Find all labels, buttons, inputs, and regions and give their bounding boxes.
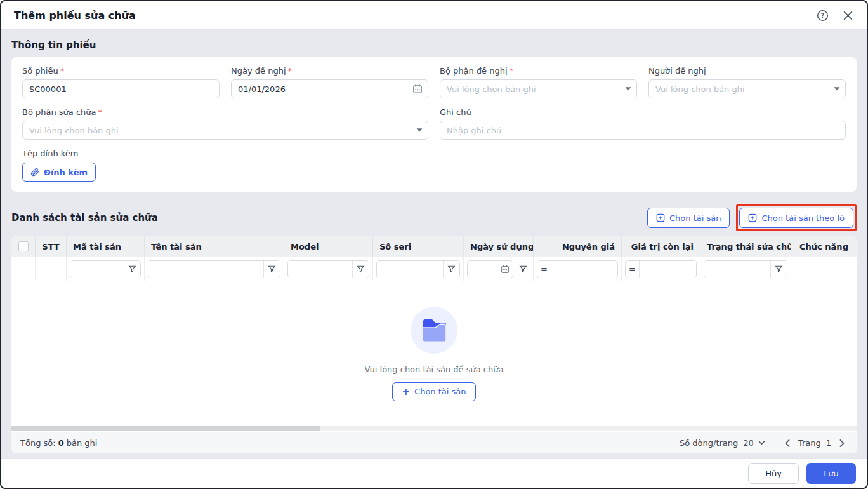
table-footer: Tổng số: 0 bản ghi Số dòng/trang 20 Tran… bbox=[11, 432, 857, 453]
required-asterisk: * bbox=[288, 66, 293, 76]
filter-funnel-icon[interactable] bbox=[770, 261, 787, 278]
filter-funnel-icon[interactable] bbox=[516, 265, 530, 273]
filter-gia-tri-con-lai-input[interactable] bbox=[640, 261, 696, 278]
column-header-ma-tai-san: Mã tài sản bbox=[67, 236, 145, 257]
bo-phan-de-nghi-select[interactable] bbox=[440, 79, 637, 98]
filter-ngay-su-dung-input[interactable] bbox=[468, 261, 497, 278]
filter-ten-tai-san-input[interactable] bbox=[148, 261, 263, 278]
plus-square-icon bbox=[656, 213, 665, 222]
filter-funnel-icon[interactable] bbox=[263, 261, 280, 278]
filter-cell-empty bbox=[11, 257, 36, 281]
so-phieu-label: Số phiếu bbox=[22, 66, 58, 76]
filter-funnel-icon[interactable] bbox=[443, 261, 459, 278]
total-records: Tổng số: 0 bản ghi bbox=[20, 438, 680, 448]
horizontal-scrollbar bbox=[11, 425, 857, 432]
column-header-gia-tri-con-lai: Giá trị còn lại bbox=[622, 236, 700, 257]
calendar-icon[interactable] bbox=[497, 265, 513, 274]
filter-cell-ma-tai-san bbox=[67, 257, 145, 281]
chevron-down-icon[interactable] bbox=[625, 87, 631, 91]
bo-phan-de-nghi-label: Bộ phận đề nghị bbox=[440, 66, 508, 76]
annotation-highlight-box: Chọn tài sản theo lô bbox=[736, 204, 857, 231]
calendar-icon[interactable] bbox=[412, 84, 423, 94]
so-phieu-input[interactable] bbox=[22, 79, 220, 98]
empty-select-asset-button[interactable]: + Chọn tài sản bbox=[392, 382, 475, 401]
ghi-chu-label: Ghi chú bbox=[440, 107, 471, 117]
filter-so-seri-input[interactable] bbox=[377, 261, 443, 278]
filter-model-input[interactable] bbox=[288, 261, 352, 278]
select-all-cell bbox=[11, 236, 36, 257]
select-asset-button[interactable]: Chọn tài sản bbox=[647, 208, 730, 228]
equals-operator[interactable]: = bbox=[626, 261, 640, 278]
tep-dinh-kem-label: Tệp đính kèm bbox=[22, 149, 846, 158]
nguoi-de-nghi-select[interactable] bbox=[648, 79, 846, 98]
filter-cell-ten-tai-san bbox=[145, 257, 284, 281]
column-header-model: Model bbox=[284, 236, 373, 257]
chevron-down-icon[interactable] bbox=[416, 128, 423, 133]
field-nguoi-de-nghi: Người đề nghị bbox=[648, 66, 846, 98]
rows-per-page-select[interactable]: 20 bbox=[743, 438, 765, 448]
required-asterisk: * bbox=[98, 107, 103, 117]
dialog-body: Thông tin phiếu Số phiếu* Ngày đề nghị* bbox=[1, 30, 867, 458]
filter-funnel-icon[interactable] bbox=[124, 261, 140, 278]
required-asterisk: * bbox=[510, 66, 514, 76]
filter-funnel-icon[interactable] bbox=[352, 261, 369, 278]
save-button[interactable]: Lưu bbox=[806, 463, 856, 484]
bo-phan-sua-chua-select[interactable] bbox=[22, 121, 428, 140]
field-bo-phan-de-nghi: Bộ phận đề nghị* bbox=[440, 66, 637, 98]
chevron-down-icon bbox=[758, 441, 765, 445]
previous-page-icon[interactable] bbox=[782, 438, 793, 449]
close-icon[interactable] bbox=[841, 9, 854, 22]
filter-nguyen-gia-input[interactable] bbox=[551, 261, 617, 278]
asset-list-section-title: Danh sách tài sản sửa chữa bbox=[11, 212, 647, 224]
plus-icon: + bbox=[402, 386, 410, 398]
column-header-ngay-su-dung: Ngày sử dụng bbox=[464, 236, 534, 257]
table-empty-state: Vui lòng chọn tài sản để sửa chữa + Chọn… bbox=[11, 281, 857, 425]
equals-operator[interactable]: = bbox=[537, 261, 551, 278]
add-repair-ticket-dialog: Thêm phiếu sửa chữa ? Thông tin phiếu Số… bbox=[0, 0, 868, 489]
column-header-chuc-nang: Chức năng bbox=[791, 236, 857, 257]
dialog-title: Thêm phiếu sửa chữa bbox=[14, 10, 816, 22]
paperclip-icon bbox=[30, 168, 39, 177]
filter-ma-tai-san-input[interactable] bbox=[70, 261, 124, 278]
field-so-phieu: Số phiếu* bbox=[22, 66, 220, 98]
help-icon[interactable]: ? bbox=[816, 9, 829, 22]
filter-trang-thai-input[interactable] bbox=[704, 261, 770, 278]
cancel-button[interactable]: Hủy bbox=[748, 463, 799, 484]
column-header-so-seri: Số seri bbox=[373, 236, 464, 257]
page-number: 1 bbox=[826, 438, 831, 448]
select-asset-batch-button[interactable]: Chọn tài sản theo lô bbox=[739, 208, 853, 228]
pagination: Số dòng/trang 20 Trang 1 bbox=[680, 438, 848, 449]
plus-square-icon bbox=[748, 213, 757, 222]
asset-list-section-header: Danh sách tài sản sửa chữa Chọn tài sản … bbox=[11, 204, 857, 231]
filter-cell-chuc-nang bbox=[791, 257, 857, 281]
scrollbar-thumb[interactable] bbox=[11, 426, 320, 431]
next-page-icon[interactable] bbox=[836, 438, 848, 449]
required-asterisk: * bbox=[60, 66, 65, 76]
field-bo-phan-sua-chua: Bộ phận sửa chữa* bbox=[22, 107, 428, 140]
filter-cell-trang-thai bbox=[700, 257, 791, 281]
chevron-down-icon[interactable] bbox=[834, 87, 840, 91]
ticket-info-card: Số phiếu* Ngày đề nghị* Bộ phận đ bbox=[11, 57, 857, 192]
total-count: 0 bbox=[58, 438, 64, 448]
ngay-de-nghi-label: Ngày đề nghị bbox=[231, 66, 286, 76]
table-header-row: STT Mã tài sản Tên tài sản Model Số seri… bbox=[11, 236, 857, 257]
field-tep-dinh-kem: Tệp đính kèm Đính kèm bbox=[22, 149, 846, 182]
bo-phan-sua-chua-label: Bộ phận sửa chữa bbox=[22, 107, 96, 117]
ghi-chu-input[interactable] bbox=[440, 121, 846, 140]
filter-cell-model bbox=[284, 257, 373, 281]
field-ngay-de-nghi: Ngày đề nghị* bbox=[231, 66, 428, 98]
table-filter-row: = = bbox=[11, 257, 857, 281]
column-header-trang-thai-sua-chua: Trạng thái sửa chữa bbox=[700, 236, 791, 257]
rows-per-page-label: Số dòng/trang bbox=[680, 438, 738, 448]
ngay-de-nghi-input[interactable] bbox=[231, 79, 428, 98]
select-all-checkbox[interactable] bbox=[18, 241, 29, 251]
nguoi-de-nghi-label: Người đề nghị bbox=[648, 66, 706, 76]
column-header-stt: STT bbox=[36, 236, 67, 257]
filter-cell-nguyen-gia: = bbox=[534, 257, 622, 281]
dialog-titlebar: Thêm phiếu sửa chữa ? bbox=[1, 1, 867, 30]
ticket-info-section-title: Thông tin phiếu bbox=[11, 39, 857, 51]
column-header-ten-tai-san: Tên tài sản bbox=[145, 236, 284, 257]
attach-file-button[interactable]: Đính kèm bbox=[22, 163, 96, 182]
filter-cell-ngay-su-dung bbox=[464, 257, 534, 281]
filter-cell-so-seri bbox=[373, 257, 464, 281]
